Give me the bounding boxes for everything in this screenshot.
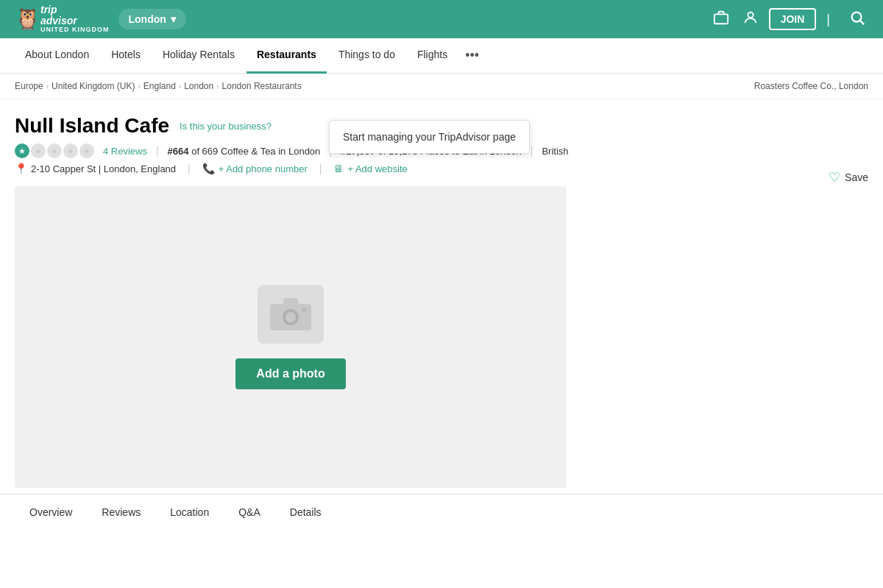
breadcrumb-sep-1: ›: [46, 82, 49, 91]
svg-line-3: [860, 21, 864, 24]
breadcrumb-london[interactable]: London: [184, 81, 213, 91]
breadcrumb-england[interactable]: England: [143, 81, 176, 91]
breadcrumb-london-restaurants[interactable]: London Restaurants: [222, 81, 302, 91]
nav-about-london[interactable]: About London: [15, 38, 99, 74]
divider: |: [823, 12, 833, 27]
logo[interactable]: 🦉 tripadvisor UNITED KINGDOM: [15, 4, 110, 35]
profile-icon-button[interactable]: [740, 7, 762, 32]
website-icon: 🖥: [333, 163, 344, 174]
top-nav-left: 🦉 tripadvisor UNITED KINGDOM London ▾: [15, 4, 186, 35]
top-nav-right: JOIN |: [710, 7, 868, 32]
svg-point-8: [302, 308, 306, 312]
camera-icon: [269, 295, 313, 333]
business-name: Null Island Cafe: [15, 114, 169, 138]
address-row: 📍 2-10 Capper St | London, England | 📞 +…: [15, 163, 868, 174]
svg-point-2: [852, 12, 862, 21]
nav-restaurants[interactable]: Restaurants: [247, 38, 327, 74]
tab-reviews[interactable]: Reviews: [87, 495, 155, 532]
logo-text: tripadvisor UNITED KINGDOM: [40, 4, 110, 35]
breadcrumb-right: Roasters Coffee Co., London: [754, 81, 868, 91]
save-row: ♡ Save: [829, 169, 868, 185]
address-item: 📍 2-10 Capper St | London, England: [15, 163, 176, 174]
star-3: ★: [47, 144, 62, 158]
cuisine-tag: British: [542, 146, 568, 157]
star-2: ★: [31, 144, 46, 158]
main-content: Null Island Cafe Is this your business? …: [0, 99, 883, 488]
bottom-tabs: Overview Reviews Location Q&A Details: [0, 494, 883, 532]
star-rating: ★ ★ ★ ★ ★: [15, 144, 94, 158]
svg-point-1: [748, 12, 753, 17]
breadcrumb-uk[interactable]: United Kingdom (UK): [52, 81, 135, 91]
secondary-navigation: About London Hotels Holiday Rentals Rest…: [0, 38, 883, 74]
breadcrumb-nearby[interactable]: Roasters Coffee Co., London: [754, 81, 868, 91]
owl-icon: 🦉: [15, 7, 40, 31]
tab-details[interactable]: Details: [275, 495, 336, 532]
tooltip-popup: Start managing your TripAdvisor page: [329, 120, 530, 154]
add-photo-button[interactable]: Add a photo: [235, 358, 345, 389]
location-selector[interactable]: London ▾: [118, 9, 186, 29]
breadcrumb-europe[interactable]: Europe: [15, 81, 43, 91]
svg-point-6: [286, 312, 296, 322]
star-5: ★: [79, 144, 94, 158]
phone-item: 📞 + Add phone number: [202, 163, 308, 174]
tab-qa[interactable]: Q&A: [224, 495, 275, 532]
tab-overview[interactable]: Overview: [15, 495, 87, 532]
is-your-business-link[interactable]: Is this your business?: [180, 121, 272, 132]
top-navigation: 🦉 tripadvisor UNITED KINGDOM London ▾ JO…: [0, 0, 883, 38]
search-button[interactable]: [846, 7, 868, 32]
nav-holiday-rentals[interactable]: Holiday Rentals: [152, 38, 245, 74]
breadcrumb-sep-4: ›: [216, 82, 219, 91]
nav-things-to-do[interactable]: Things to do: [328, 38, 405, 74]
reviews-count-link[interactable]: 4 Reviews: [103, 146, 147, 157]
trips-icon-button[interactable]: [710, 7, 732, 32]
breadcrumb-sep-3: ›: [179, 82, 181, 91]
photo-area: Add a photo: [15, 186, 567, 488]
camera-icon-wrap: [258, 285, 324, 344]
location-pin-icon: 📍: [15, 163, 27, 174]
save-button[interactable]: ♡ Save: [829, 169, 868, 185]
star-4: ★: [63, 144, 78, 158]
nav-hotels[interactable]: Hotels: [101, 38, 151, 74]
rank-text: #664 of 669 Coffee & Tea in London: [168, 146, 321, 157]
breadcrumb-left: Europe › United Kingdom (UK) › England ›…: [15, 81, 302, 91]
nav-flights[interactable]: Flights: [407, 38, 458, 74]
more-nav-items[interactable]: •••: [459, 48, 485, 63]
add-phone-link[interactable]: + Add phone number: [219, 163, 308, 174]
breadcrumb-sep-2: ›: [138, 82, 140, 91]
phone-icon: 📞: [202, 163, 215, 174]
tab-location[interactable]: Location: [155, 495, 224, 532]
star-1: ★: [15, 144, 29, 158]
heart-icon: ♡: [829, 169, 840, 185]
join-button[interactable]: JOIN: [769, 8, 817, 30]
website-item: 🖥 + Add website: [333, 163, 407, 174]
breadcrumb: Europe › United Kingdom (UK) › England ›…: [0, 74, 883, 99]
svg-rect-7: [283, 298, 298, 305]
add-website-link[interactable]: + Add website: [347, 163, 407, 174]
svg-rect-0: [714, 14, 727, 24]
